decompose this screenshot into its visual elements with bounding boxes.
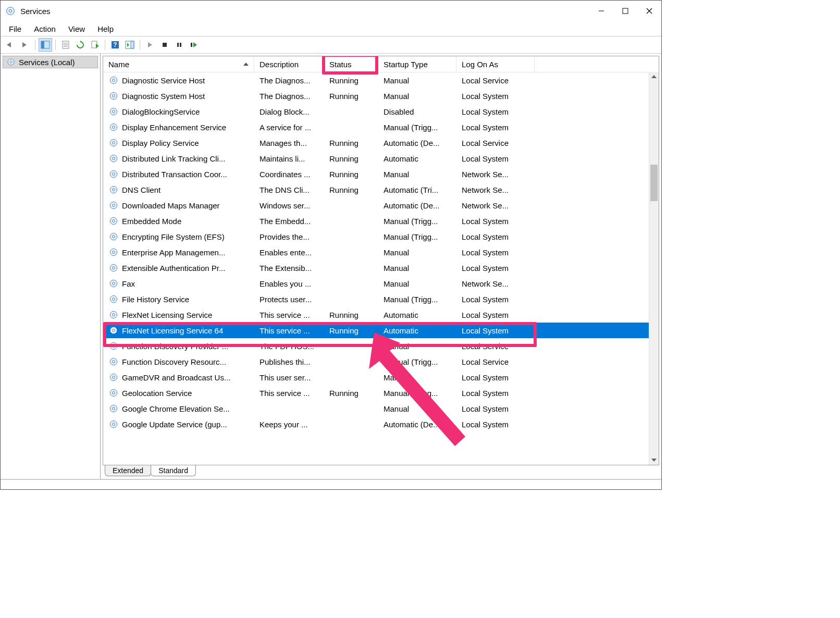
cell-status: Running <box>324 154 378 163</box>
cell-description: Keeps your ... <box>254 420 324 429</box>
nav-back-button[interactable] <box>4 38 17 52</box>
svg-point-71 <box>113 392 115 394</box>
menu-view[interactable]: View <box>62 23 91 34</box>
tree-root-services-local[interactable]: Services (Local) <box>3 56 98 68</box>
cell-startup: Disabled <box>378 107 456 116</box>
app-icon <box>5 5 16 17</box>
service-row[interactable]: Google Chrome Elevation Se...ManualLocal… <box>103 401 659 416</box>
close-button[interactable] <box>637 3 661 19</box>
cell-logon: Local System <box>456 389 535 398</box>
svg-point-41 <box>113 157 115 160</box>
service-row[interactable]: FlexNet Licensing ServiceThis service ..… <box>103 307 659 323</box>
service-row[interactable]: FlexNet Licensing Service 64This service… <box>103 323 659 338</box>
cell-logon: Local Service <box>456 342 535 351</box>
scroll-down-button[interactable] <box>649 455 659 465</box>
col-logon[interactable]: Log On As <box>456 56 535 72</box>
service-row[interactable]: Display Enhancement ServiceA service for… <box>103 119 659 135</box>
cell-logon: Local System <box>456 264 535 273</box>
service-row[interactable]: FaxEnables you ...ManualNetwork Se... <box>103 276 659 291</box>
cell-startup: Automatic <box>378 311 456 319</box>
service-row[interactable]: Downloaded Maps ManagerWindows ser...Aut… <box>103 197 659 213</box>
show-hide-action-pane-button[interactable] <box>123 38 137 52</box>
service-row[interactable]: Google Update Service (gup...Keeps your … <box>103 416 659 432</box>
show-hide-tree-button[interactable] <box>39 38 52 52</box>
stop-service-button[interactable] <box>158 38 171 52</box>
cell-logon: Local System <box>456 92 535 101</box>
col-startup[interactable]: Startup Type <box>378 56 456 72</box>
service-row[interactable]: Enterprise App Managemen...Enables ente.… <box>103 244 659 260</box>
cell-logon: Local Service <box>456 357 535 366</box>
cell-description: This service ... <box>254 389 324 398</box>
service-row[interactable]: Encrypting File System (EFS)Provides the… <box>103 229 659 244</box>
svg-point-65 <box>113 345 115 348</box>
nav-forward-button[interactable] <box>18 38 32 52</box>
svg-rect-24 <box>177 43 179 47</box>
cell-name: DNS Client <box>103 184 254 195</box>
service-row[interactable]: Diagnostic System HostThe Diagnos...Runn… <box>103 88 659 104</box>
cell-startup: Manual <box>378 248 456 257</box>
cell-logon: Local System <box>456 404 535 413</box>
service-row[interactable]: DialogBlockingServiceDialog Block...Disa… <box>103 104 659 119</box>
cell-name: Diagnostic System Host <box>103 91 254 101</box>
vertical-scrollbar[interactable] <box>649 72 659 465</box>
cell-name: Encrypting File System (EFS) <box>103 231 254 242</box>
service-row[interactable]: Function Discovery Resourc...Publishes t… <box>103 354 659 369</box>
help-button[interactable]: ? <box>108 38 122 52</box>
service-row[interactable]: Diagnostic Service HostThe Diagnos...Run… <box>103 72 659 88</box>
content-pane: Name Description Status Startup Type Log… <box>101 54 661 479</box>
cell-name: Display Policy Service <box>103 138 254 148</box>
service-row[interactable]: Function Discovery Provider ...The FDPHO… <box>103 338 659 354</box>
service-row[interactable]: Geolocation ServiceThis service ...Runni… <box>103 385 659 401</box>
service-row[interactable]: Distributed Link Tracking Cli...Maintain… <box>103 151 659 166</box>
pause-service-button[interactable] <box>172 38 186 52</box>
menu-action[interactable]: Action <box>28 23 62 34</box>
cell-name: Enterprise App Managemen... <box>103 247 254 257</box>
cell-description: Dialog Block... <box>254 107 324 116</box>
col-name[interactable]: Name <box>103 56 254 72</box>
statusbar <box>1 479 661 490</box>
cell-name: DialogBlockingService <box>103 106 254 117</box>
cell-description: Enables ente... <box>254 248 324 257</box>
cell-startup: Manual <box>378 92 456 101</box>
scroll-up-button[interactable] <box>649 72 659 81</box>
col-description[interactable]: Description <box>254 56 324 72</box>
svg-point-43 <box>113 173 115 176</box>
scroll-thumb[interactable] <box>650 165 658 201</box>
cell-name: Fax <box>103 278 254 289</box>
svg-rect-9 <box>41 41 44 48</box>
export-list-button[interactable] <box>88 38 102 52</box>
column-headers: Name Description Status Startup Type Log… <box>103 56 659 72</box>
cell-status: Running <box>324 311 378 319</box>
cell-name: Downloaded Maps Manager <box>103 200 254 211</box>
cell-name: Google Chrome Elevation Se... <box>103 403 254 414</box>
tab-extended[interactable]: Extended <box>105 465 151 476</box>
cell-description: Publishes thi... <box>254 357 324 366</box>
svg-text:?: ? <box>113 41 117 48</box>
cell-name: FlexNet Licensing Service <box>103 310 254 320</box>
cell-startup: Manual (Trigg... <box>378 217 456 226</box>
service-row[interactable]: GameDVR and Broadcast Us...This user ser… <box>103 369 659 385</box>
cell-logon: Local Service <box>456 139 535 147</box>
service-row[interactable]: Extensible Authentication Pr...The Exten… <box>103 260 659 276</box>
cell-startup: Manual <box>378 170 456 179</box>
tab-standard[interactable]: Standard <box>151 465 196 476</box>
cell-logon: Local System <box>456 295 535 304</box>
menu-help[interactable]: Help <box>91 23 120 34</box>
properties-button[interactable] <box>59 38 72 52</box>
services-window: Services File Action View Help ? <box>0 0 662 490</box>
cell-description: This service ... <box>254 326 324 335</box>
service-row[interactable]: Distributed Transaction Coor...Coordinat… <box>103 166 659 182</box>
start-service-button[interactable] <box>143 38 157 52</box>
service-row[interactable]: Display Policy ServiceManages th...Runni… <box>103 135 659 151</box>
restart-service-button[interactable] <box>187 38 201 52</box>
minimize-button[interactable] <box>589 3 613 19</box>
menu-file[interactable]: File <box>3 23 28 34</box>
service-row[interactable]: File History ServiceProtects user...Manu… <box>103 291 659 307</box>
col-status[interactable]: Status <box>324 56 378 72</box>
service-row[interactable]: DNS ClientThe DNS Cli...RunningAutomatic… <box>103 182 659 197</box>
maximize-button[interactable] <box>613 3 637 19</box>
cell-description: Windows ser... <box>254 201 324 210</box>
refresh-button[interactable] <box>73 38 87 52</box>
service-row[interactable]: Embedded ModeThe Embedd...Manual (Trigg.… <box>103 213 659 229</box>
cell-name: Embedded Mode <box>103 216 254 226</box>
